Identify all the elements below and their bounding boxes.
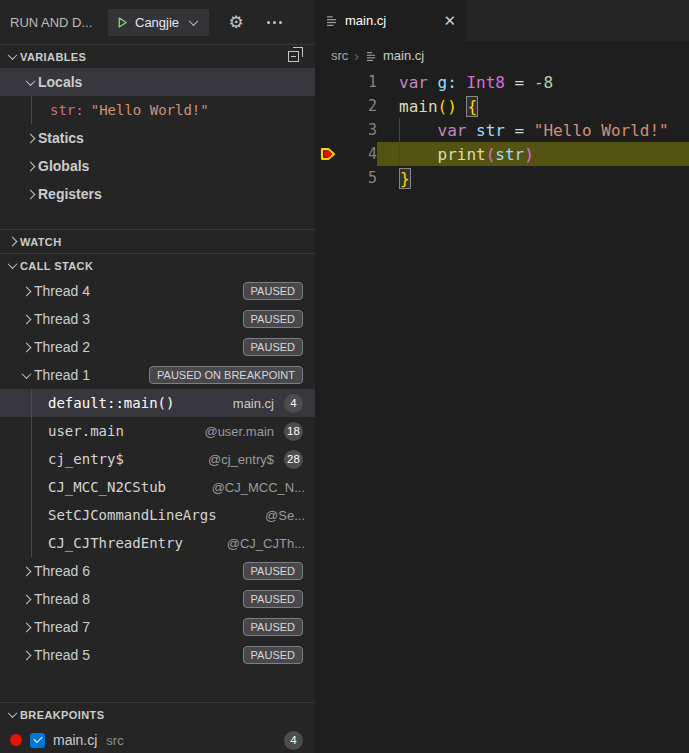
- code-text: print(str): [399, 145, 534, 164]
- file-icon: [365, 50, 377, 62]
- variable-name: str:: [50, 102, 84, 118]
- stack-frame-row[interactable]: CJ_CJThreadEntry@CJ_CJTh...: [0, 529, 315, 557]
- thread-status-badge: PAUSED: [243, 618, 303, 636]
- thread-row[interactable]: Thread 2PAUSED: [0, 333, 315, 361]
- stack-frame-row[interactable]: SetCJCommandLineArgs@Se...: [0, 501, 315, 529]
- stack-frame-row[interactable]: user.main@user.main18: [0, 417, 315, 445]
- code-text: var str = "Hello World!": [399, 121, 669, 140]
- thread-status-badge: PAUSED ON BREAKPOINT: [149, 366, 303, 384]
- thread-row[interactable]: Thread 5PAUSED: [0, 641, 315, 669]
- thread-row[interactable]: Thread 3PAUSED: [0, 305, 315, 333]
- frame-line-badge: 18: [284, 422, 303, 441]
- token: (): [438, 97, 457, 116]
- breakpoint-icon: [10, 734, 22, 746]
- chevron-right-icon: [18, 619, 34, 635]
- token: =: [505, 121, 534, 140]
- breakpoints-section-label: BREAKPOINTS: [20, 709, 104, 721]
- chevron-down-icon: [4, 49, 20, 65]
- token: [457, 97, 467, 116]
- thread-row[interactable]: Thread 4PAUSED: [0, 277, 315, 305]
- chevron-right-icon: [18, 563, 34, 579]
- frame-location: @Se...: [265, 508, 305, 523]
- token: [457, 73, 467, 92]
- thread-row[interactable]: Thread 1PAUSED ON BREAKPOINT: [0, 361, 315, 389]
- thread-status-badge: PAUSED: [243, 310, 303, 328]
- line-content[interactable]: print(str): [377, 142, 689, 166]
- breakpoints-section-header[interactable]: BREAKPOINTS: [0, 702, 315, 726]
- token: Int8: [466, 73, 505, 92]
- thread-label: Thread 5: [34, 647, 90, 663]
- breadcrumb-folder[interactable]: src: [331, 48, 348, 63]
- variable-scope-row[interactable]: Registers: [0, 180, 315, 208]
- thread-row[interactable]: Thread 7PAUSED: [0, 613, 315, 641]
- code-line[interactable]: 4print(str): [315, 142, 689, 166]
- watch-section-header[interactable]: WATCH: [0, 229, 315, 253]
- thread-label: Thread 6: [34, 563, 90, 579]
- line-content[interactable]: main() {: [377, 94, 689, 118]
- launch-config-dropdown[interactable]: Cangjie: [108, 9, 209, 36]
- thread-status-badge: PAUSED: [243, 562, 303, 580]
- scope-label: Statics: [38, 130, 84, 146]
- token: =: [505, 73, 534, 92]
- token: {: [466, 96, 478, 117]
- indent-guide: [31, 501, 32, 529]
- token: str: [495, 145, 524, 164]
- tab-main-cj[interactable]: main.cj ✕: [315, 0, 466, 41]
- thread-row[interactable]: Thread 8PAUSED: [0, 585, 315, 613]
- code-text: var g: Int8 = -8: [399, 73, 553, 92]
- code-line[interactable]: 1var g: Int8 = -8: [315, 70, 689, 94]
- call-stack-section-header[interactable]: CALL STACK: [0, 253, 315, 277]
- chevron-right-icon: [22, 186, 38, 202]
- breakpoint-path: src: [106, 733, 123, 748]
- close-icon[interactable]: ✕: [443, 13, 456, 28]
- token: str: [476, 121, 505, 140]
- line-number: 5: [341, 169, 377, 187]
- frame-name: CJ_MCC_N2CStub: [48, 479, 166, 495]
- stack-frame-row[interactable]: CJ_MCC_N2CStub@CJ_MCC_N...: [0, 473, 315, 501]
- line-content[interactable]: var g: Int8 = -8: [377, 70, 689, 94]
- collapse-all-icon[interactable]: [288, 47, 303, 62]
- variable-scope-row[interactable]: Statics: [0, 124, 315, 152]
- start-debug-icon[interactable]: [116, 16, 129, 29]
- variable-row[interactable]: str:"Hello World!": [0, 96, 315, 124]
- code-line[interactable]: 2main() {: [315, 94, 689, 118]
- code-line[interactable]: 5}: [315, 166, 689, 190]
- more-actions-icon[interactable]: [263, 11, 285, 33]
- current-breakpoint-icon[interactable]: [315, 145, 341, 163]
- token: g:: [438, 73, 457, 92]
- chevron-right-icon: [18, 647, 34, 663]
- frame-name: user.main: [48, 423, 124, 439]
- chevron-right-icon: [18, 283, 34, 299]
- chevron-right-icon: [18, 311, 34, 327]
- debug-view: RUN AND D... Cangjie ⚙ VARIABLES Localss…: [0, 0, 689, 753]
- frame-name: cj_entry$: [48, 451, 124, 467]
- code-line[interactable]: 3var str = "Hello World!": [315, 118, 689, 142]
- line-content[interactable]: var str = "Hello World!": [377, 118, 689, 142]
- tab-title: main.cj: [345, 13, 386, 28]
- thread-status-badge: PAUSED: [243, 338, 303, 356]
- gear-icon[interactable]: ⚙: [225, 11, 247, 33]
- stack-frame-row[interactable]: cj_entry$@cj_entry$28: [0, 445, 315, 473]
- chevron-down-icon: [185, 14, 201, 30]
- breakpoint-checkbox[interactable]: [30, 733, 45, 748]
- code-editor[interactable]: 1var g: Int8 = -82main() {3var str = "He…: [315, 70, 689, 753]
- breadcrumb-file[interactable]: main.cj: [383, 48, 424, 63]
- variable-scope-row[interactable]: Locals: [0, 68, 315, 96]
- thread-label: Thread 8: [34, 591, 90, 607]
- variables-section-header[interactable]: VARIABLES: [0, 44, 315, 68]
- call-stack-section-label: CALL STACK: [20, 260, 93, 272]
- variable-scope-row[interactable]: Globals: [0, 152, 315, 180]
- chevron-right-icon: [22, 158, 38, 174]
- thread-row[interactable]: Thread 6PAUSED: [0, 557, 315, 585]
- scope-label: Globals: [38, 158, 89, 174]
- stack-frame-row[interactable]: default::main()main.cj4: [0, 389, 315, 417]
- thread-status-badge: PAUSED: [243, 282, 303, 300]
- frame-line-badge: 4: [284, 394, 303, 413]
- breakpoint-row[interactable]: main.cjsrc4: [0, 726, 315, 753]
- breakpoint-file: main.cj: [53, 732, 97, 748]
- line-content[interactable]: }: [377, 166, 689, 190]
- token: (: [486, 145, 496, 164]
- frame-location: @CJ_MCC_N...: [212, 480, 305, 495]
- variable-value: "Hello World!": [91, 102, 209, 118]
- editor-area: main.cj ✕ src › main.cj 1var g: Int8 = -…: [315, 0, 689, 753]
